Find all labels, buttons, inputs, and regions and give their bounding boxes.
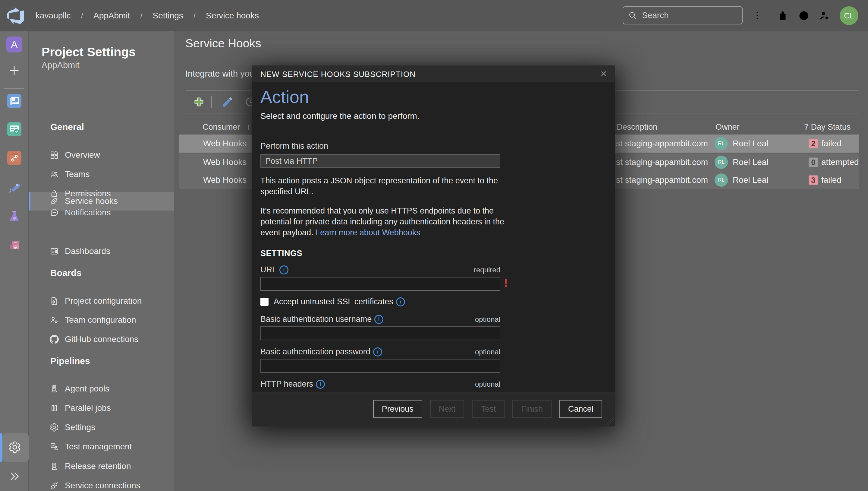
left-rail: A bbox=[0, 31, 29, 491]
url-input[interactable] bbox=[260, 277, 500, 291]
test-button[interactable]: Test bbox=[472, 400, 504, 418]
project-avatar[interactable]: A bbox=[6, 36, 22, 53]
breadcrumb-service-hooks[interactable]: Service hooks bbox=[206, 11, 259, 21]
sidebar-item-label: Project configuration bbox=[65, 296, 142, 306]
boards-hub-icon[interactable] bbox=[7, 122, 22, 136]
plug-icon bbox=[50, 481, 59, 490]
dialog-header: NEW SERVICE HOOKS SUBSCRIPTION ✕ bbox=[252, 65, 615, 82]
add-subscription-icon[interactable] bbox=[193, 96, 205, 108]
sidebar-item-project-configuration[interactable]: Project configuration bbox=[29, 292, 174, 310]
search-input[interactable] bbox=[641, 10, 730, 21]
sidebar-item-label: Service connections bbox=[65, 481, 141, 490]
sidebar-item-label: Teams bbox=[65, 170, 90, 179]
breadcrumb: kavaupllc / AppAbmit / Settings / Servic… bbox=[36, 0, 259, 31]
learn-more-link[interactable]: Learn more about Webhooks bbox=[315, 228, 421, 237]
owner-avatar: RL bbox=[715, 137, 728, 150]
ssl-checkbox-label: Accept untrusted SSL certificates bbox=[274, 297, 393, 307]
test-plans-hub-icon[interactable] bbox=[7, 209, 22, 223]
column-header-consumer[interactable]: Consumer ↑ bbox=[203, 122, 251, 132]
azure-devops-logo[interactable] bbox=[7, 7, 24, 24]
https-recommendation: It’s recommended that you only use HTTPS… bbox=[260, 205, 504, 238]
finish-button[interactable]: Finish bbox=[513, 400, 552, 418]
new-service-hooks-subscription-dialog: NEW SERVICE HOOKS SUBSCRIPTION ✕ Action … bbox=[252, 65, 615, 427]
section-boards: Boards bbox=[50, 268, 82, 278]
user-avatar[interactable]: CL bbox=[840, 6, 858, 25]
cell-owner: Roel Leal bbox=[733, 175, 768, 185]
search-icon bbox=[628, 11, 637, 20]
sidebar-item-test-management[interactable]: Test management bbox=[29, 437, 174, 456]
sidebar-item-dashboards[interactable]: Dashboards bbox=[29, 242, 174, 261]
cancel-button[interactable]: Cancel bbox=[559, 400, 602, 418]
sidebar-item-label: GitHub connections bbox=[65, 335, 138, 344]
sidebar-title: Project Settings bbox=[41, 45, 135, 59]
sidebar-item-settings[interactable]: Settings bbox=[29, 418, 174, 437]
dialog-step-subheading: Select and configure the action to perfo… bbox=[260, 111, 420, 121]
sidebar-item-label: Service hooks bbox=[65, 196, 118, 206]
sidebar-item-label: Agent pools bbox=[65, 384, 110, 394]
tasklist-icon[interactable] bbox=[755, 10, 767, 21]
resize-gripper-icon[interactable] bbox=[606, 417, 614, 425]
cell-owner: Roel Leal bbox=[733, 157, 768, 167]
column-header-description[interactable]: Description bbox=[617, 122, 657, 132]
breadcrumb-project[interactable]: AppAbmit bbox=[93, 11, 130, 21]
dialog-footer: Previous Next Test Finish Cancel bbox=[252, 392, 615, 427]
pipelines-hub-icon[interactable] bbox=[7, 180, 22, 194]
close-icon[interactable]: ✕ bbox=[600, 69, 607, 79]
password-optional-badge: optional bbox=[260, 348, 500, 356]
github-icon bbox=[50, 335, 59, 344]
overview-hub-icon[interactable] bbox=[7, 94, 22, 108]
test-icon bbox=[50, 442, 59, 451]
sidebar-project-name: AppAbmit bbox=[41, 60, 80, 70]
password-input[interactable] bbox=[260, 359, 500, 373]
action-field-label: Perform this action bbox=[260, 141, 328, 151]
sidebar-item-parallel-jobs[interactable]: Parallel jobs bbox=[29, 399, 174, 417]
retention-icon bbox=[50, 462, 59, 471]
document-gear-icon bbox=[50, 296, 59, 306]
help-icon[interactable] bbox=[798, 10, 809, 21]
column-header-owner[interactable]: Owner bbox=[715, 122, 740, 132]
project-settings-gear-icon[interactable] bbox=[8, 441, 21, 454]
settings-heading: SETTINGS bbox=[260, 249, 302, 258]
sidebar-item-teams[interactable]: Teams bbox=[29, 165, 174, 184]
add-project-icon[interactable] bbox=[8, 64, 20, 77]
action-select-value: Post via HTTP bbox=[265, 156, 318, 166]
previous-button[interactable]: Previous bbox=[373, 400, 422, 418]
expand-rail-icon[interactable] bbox=[9, 470, 20, 482]
next-button[interactable]: Next bbox=[430, 400, 464, 418]
sidebar-item-label: Dashboards bbox=[65, 247, 110, 256]
settings-sidebar: Project Settings AppAbmit General Overvi… bbox=[29, 31, 174, 491]
ssl-checkbox[interactable] bbox=[260, 298, 269, 306]
rail-divider bbox=[4, 88, 24, 89]
sidebar-item-github-connections[interactable]: GitHub connections bbox=[29, 330, 174, 349]
action-select[interactable]: Post via HTTP bbox=[260, 154, 500, 168]
breadcrumb-settings[interactable]: Settings bbox=[153, 11, 183, 21]
marketplace-bag-icon[interactable] bbox=[777, 10, 788, 21]
info-icon[interactable]: i bbox=[396, 297, 405, 307]
repos-hub-icon[interactable] bbox=[7, 151, 22, 165]
search-box[interactable] bbox=[623, 6, 743, 24]
sidebar-item-label: Team configuration bbox=[65, 315, 136, 325]
breadcrumb-separator: / bbox=[193, 11, 195, 21]
dashboard-icon bbox=[50, 247, 59, 256]
username-input[interactable] bbox=[260, 326, 500, 340]
breadcrumb-org[interactable]: kavaupllc bbox=[36, 11, 71, 21]
sidebar-item-overview[interactable]: Overview bbox=[29, 146, 174, 164]
sidebar-item-team-configuration[interactable]: Team configuration bbox=[29, 311, 174, 329]
user-settings-icon[interactable] bbox=[818, 10, 830, 21]
artifacts-hub-icon[interactable] bbox=[7, 238, 22, 252]
sidebar-item-agent-pools[interactable]: Agent pools bbox=[29, 379, 174, 398]
sidebar-item-release-retention[interactable]: Release retention bbox=[29, 457, 174, 475]
sidebar-item-service-hooks[interactable]: Service hooks bbox=[29, 192, 174, 210]
sidebar-item-service-connections[interactable]: Service connections bbox=[29, 476, 174, 491]
dialog-title: NEW SERVICE HOOKS SUBSCRIPTION bbox=[260, 70, 415, 79]
section-general: General bbox=[50, 122, 84, 132]
ssl-checkbox-row[interactable]: Accept untrusted SSL certificates i bbox=[260, 297, 405, 307]
column-header-status[interactable]: 7 Day Status bbox=[804, 122, 851, 132]
status-label: failed bbox=[821, 139, 841, 148]
action-description: This action posts a JSON object represen… bbox=[260, 175, 504, 197]
people-gear-icon bbox=[50, 315, 59, 324]
status-count-badge: 2 bbox=[809, 139, 818, 148]
breadcrumb-separator: / bbox=[140, 11, 142, 21]
edit-icon[interactable] bbox=[221, 96, 234, 108]
owner-avatar: RL bbox=[715, 173, 728, 187]
